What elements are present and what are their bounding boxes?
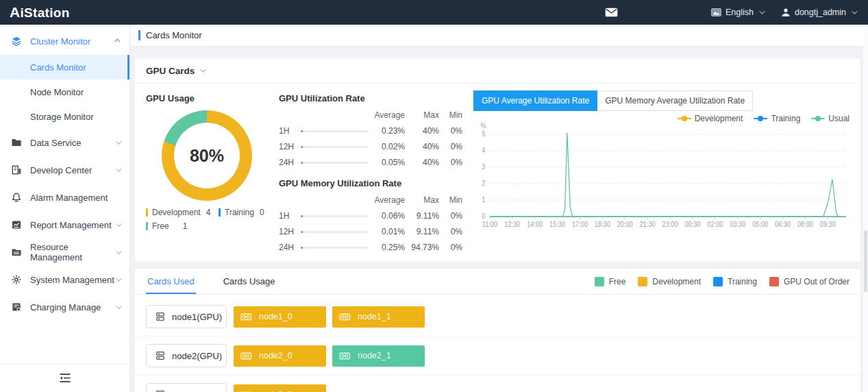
gpu-card-chip[interactable]: node1_0 xyxy=(234,306,326,328)
svg-text:12:30: 12:30 xyxy=(504,221,520,228)
max-value: 94.73% xyxy=(409,243,439,252)
chart-legend-training[interactable]: Training xyxy=(754,114,800,123)
sidebar-item-label: System Management xyxy=(30,275,116,285)
svg-text:18:30: 18:30 xyxy=(595,221,610,228)
col-header-max: Max xyxy=(409,110,439,120)
avg-value: 0.06% xyxy=(373,211,405,221)
sidebar-item-label: Alarm Management xyxy=(30,193,120,203)
terminal-icon xyxy=(11,164,22,175)
chevron-down-icon xyxy=(116,275,121,281)
chevron-down-icon xyxy=(116,221,121,226)
gpu-usage-donut-chart: 80% xyxy=(162,110,252,201)
legend-swatch xyxy=(713,277,723,286)
bell-icon xyxy=(11,192,22,203)
min-value: 0% xyxy=(443,243,462,252)
chart-report-icon xyxy=(11,219,22,230)
user-icon xyxy=(781,8,791,17)
min-value: 0% xyxy=(443,126,462,136)
gpu-cards-title: GPU Cards xyxy=(146,66,195,76)
sidebar-item-label: Develop Center xyxy=(30,165,116,175)
svg-text:05:00: 05:00 xyxy=(752,221,768,228)
chevron-down-icon[interactable] xyxy=(200,66,206,72)
col-header-min: Min xyxy=(443,195,462,205)
row-label: 24H xyxy=(279,243,297,252)
node-row: node2(GPU) node2_0 node2_1 xyxy=(135,336,860,375)
node-name: node1(GPU) xyxy=(172,312,222,322)
chart-legend-usual[interactable]: Usual xyxy=(811,114,850,123)
gpu-mem-util-title: GPU Memory Utilization Rate xyxy=(279,178,462,188)
min-value: 0% xyxy=(443,142,462,151)
sidebar-item-system-management[interactable]: System Management xyxy=(0,266,129,293)
utilization-line-chart: 543210%11:0012:3014:0015:3017:0018:3020:… xyxy=(473,122,851,229)
sidebar-item-cards-monitor[interactable]: Cards Monitor xyxy=(0,55,129,79)
logo-mark: A xyxy=(10,4,20,21)
svg-text:4: 4 xyxy=(482,147,486,154)
utilization-bar xyxy=(301,247,369,249)
sidebar-item-storage-monitor[interactable]: Storage Monitor xyxy=(0,104,129,129)
chevron-down-icon xyxy=(116,138,121,144)
chart-legend-development[interactable]: Development xyxy=(678,114,743,123)
svg-text:00:30: 00:30 xyxy=(684,221,700,228)
gpu-card-name: node2_0 xyxy=(259,351,293,360)
min-value: 0% xyxy=(443,211,462,221)
gpu-memory-average-utilization-tab[interactable]: GPU Memory Average Utilization Rate xyxy=(597,90,753,111)
sidebar-item-report-management[interactable]: Report Management xyxy=(0,211,129,238)
breadcrumb-accent xyxy=(138,30,140,40)
sidebar-item-alarm-management[interactable]: Alarm Management xyxy=(0,184,129,211)
legend-value: 0 xyxy=(260,208,264,217)
row-label: 1H xyxy=(279,126,297,136)
svg-text:%: % xyxy=(480,122,486,130)
app-window: AiStation English dongtj_admin xyxy=(0,0,868,392)
utilization-bar xyxy=(301,130,369,132)
breadcrumb-label: Cards Monitor xyxy=(146,30,202,40)
utilization-bar xyxy=(301,146,369,148)
sidebar-item-node-monitor[interactable]: Node Monitor xyxy=(0,79,129,104)
server-icon xyxy=(155,311,166,322)
legend-value: 4 xyxy=(206,208,211,217)
gpu-card-chip[interactable]: node2_0 xyxy=(234,345,326,367)
avg-value: 0.02% xyxy=(373,142,405,151)
sidebar-item-label: Charging Manage xyxy=(30,302,116,313)
sidebar-item-develop-center[interactable]: Develop Center xyxy=(0,156,129,184)
mail-button[interactable] xyxy=(605,8,618,17)
svg-text:14:00: 14:00 xyxy=(527,221,543,228)
max-value: 9.11% xyxy=(409,227,439,236)
scrollbar-thumb[interactable] xyxy=(864,230,867,292)
logo-text: iStation xyxy=(20,5,69,21)
svg-text:09:30: 09:30 xyxy=(820,221,836,228)
legend-color-bar xyxy=(146,222,148,230)
language-selector[interactable]: English xyxy=(711,8,763,17)
user-menu[interactable]: dongtj_admin xyxy=(781,8,856,17)
svg-text:08:00: 08:00 xyxy=(797,221,813,228)
utilization-bar xyxy=(301,231,369,233)
gpu-card-chip[interactable]: node2_1 xyxy=(332,345,425,367)
sidebar-item-charging-manage[interactable]: Charging Manage xyxy=(0,293,129,321)
gpu-usage-title: GPU Usage xyxy=(146,93,268,103)
legend-value: 1 xyxy=(183,221,188,231)
legend-color-bar xyxy=(146,208,148,217)
chevron-down-icon xyxy=(759,8,765,14)
legend-label: Free xyxy=(152,221,169,231)
legend-label: Usual xyxy=(828,114,850,123)
sidebar-item-resource-management[interactable]: Resource Management xyxy=(0,238,129,266)
legend-swatch xyxy=(769,277,779,286)
sidebar-item-data-service[interactable]: Data Service xyxy=(0,129,129,156)
gpu-util-title: GPU Utilization Rate xyxy=(279,93,462,103)
app-logo: AiStation xyxy=(10,4,70,21)
username-label: dongtj_admin xyxy=(795,8,846,17)
legend-color-bar xyxy=(219,208,221,217)
legend-training: Training xyxy=(713,277,757,286)
tab-cards-used[interactable]: Cards Used xyxy=(146,269,196,294)
tab-cards-usage[interactable]: Cards Usage xyxy=(222,269,277,294)
sidebar-item-label: Data Service xyxy=(30,138,116,148)
gpu-card-chip[interactable]: node1_1 xyxy=(332,306,425,328)
chevron-down-icon xyxy=(116,303,121,308)
col-header-max: Max xyxy=(409,195,439,205)
gpu-average-utilization-tab[interactable]: GPU Average Utilization Rate xyxy=(473,90,597,111)
sidebar-item-cluster-monitor[interactable]: Cluster Monitor xyxy=(0,27,129,55)
gpu-card-chip[interactable]: node3_0 xyxy=(234,384,326,392)
legend-label: Free xyxy=(609,277,626,286)
svg-text:02:00: 02:00 xyxy=(707,221,723,228)
sidebar-collapse-button[interactable] xyxy=(59,373,71,383)
legend-label: Development xyxy=(652,277,701,286)
